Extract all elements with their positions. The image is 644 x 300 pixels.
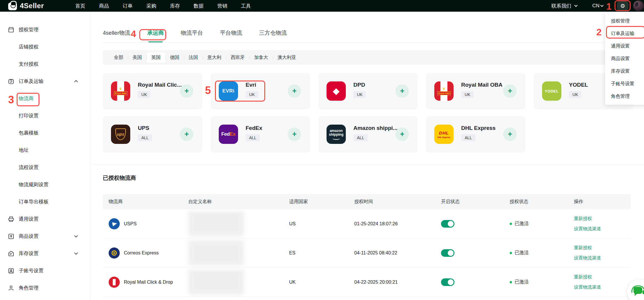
- box-upload-icon: [8, 233, 15, 240]
- menu-item-product-settings[interactable]: 商品设置: [605, 52, 644, 65]
- settings-button[interactable]: ⚙: [617, 1, 629, 11]
- status-badge: 已激活: [510, 250, 574, 256]
- add-carrier-button[interactable]: [395, 128, 409, 141]
- reauthorize-link[interactable]: 重新授权: [574, 245, 631, 251]
- sidebar-item-order-export-template[interactable]: 订单导出模板: [0, 193, 90, 210]
- shopping-bag-icon: [8, 3, 17, 10]
- sidebar-item-process-settings[interactable]: 流程设置: [0, 159, 90, 176]
- filter-australia[interactable]: 澳大利亚: [273, 53, 301, 63]
- amazon-shipping-logo: amazonshipping: [327, 125, 346, 144]
- chevron-down-icon: [600, 4, 603, 7]
- tab-carriers[interactable]: 承运商: [147, 29, 164, 42]
- fedex-logo: FedEx: [219, 125, 238, 144]
- authorized-carriers-title: 已授权物流商: [103, 174, 136, 182]
- enabled-toggle[interactable]: [441, 220, 454, 228]
- table-row-correos-express: Correos Express ES 04-11-2025 08:40:22 已…: [103, 238, 631, 268]
- enabled-toggle[interactable]: [441, 249, 454, 257]
- user-avatar[interactable]: [633, 1, 644, 11]
- tab-logistics-platform[interactable]: 物流平台: [181, 29, 203, 42]
- sidebar: 授权管理 店铺授权 支付授权 订单及运输 物流商 打印设置 包裹模板 地址 流程…: [0, 12, 91, 300]
- sidebar-item-payment-auth[interactable]: 支付授权: [0, 55, 90, 73]
- add-carrier-button[interactable]: [288, 84, 301, 98]
- add-carrier-button[interactable]: [503, 84, 517, 98]
- gear-icon: ⚙: [620, 3, 625, 9]
- menu-item-auth-management[interactable]: 授权管理: [605, 15, 644, 27]
- sidebar-item-print-settings[interactable]: 打印设置: [0, 107, 90, 124]
- sidebar-item-auth-management[interactable]: 授权管理: [0, 21, 90, 38]
- filter-canada[interactable]: 加拿大: [249, 53, 273, 63]
- sidebar-item-product-settings[interactable]: 商品设置: [0, 228, 90, 245]
- status-badge: 已激活: [510, 279, 574, 285]
- nav-item-orders[interactable]: 订单: [123, 3, 133, 9]
- chevron-up-icon: [74, 80, 78, 84]
- tab-4seller-logistics[interactable]: 4seller物流: [103, 29, 130, 42]
- reauthorize-link[interactable]: 重新授权: [574, 216, 631, 222]
- region-badge: ALL: [461, 134, 475, 141]
- reauthorize-link[interactable]: 重新授权: [574, 274, 631, 280]
- amazon-smile-icon: [332, 137, 340, 140]
- menu-item-subaccount-settings[interactable]: 子账号设置: [605, 77, 644, 90]
- filter-us[interactable]: 美国: [128, 53, 147, 63]
- sidebar-item-orders-shipping[interactable]: 订单及运输: [0, 73, 90, 90]
- country-filter-bar: 全部 美国 英国 德国 法国 意大利 西班牙 加拿大 澳大利亚: [103, 50, 631, 65]
- language-selector[interactable]: CN: [592, 0, 603, 12]
- menu-item-role-management[interactable]: 角色管理: [605, 90, 644, 102]
- sidebar-item-address[interactable]: 地址: [0, 142, 90, 159]
- set-logistics-channel-link[interactable]: 设置物流渠道: [574, 255, 631, 261]
- filter-spain[interactable]: 西班牙: [226, 53, 249, 63]
- enabled-toggle[interactable]: [441, 278, 454, 286]
- sidebar-item-subaccount-settings[interactable]: 子账号设置: [0, 262, 90, 279]
- filter-all[interactable]: 全部: [109, 53, 128, 63]
- nav-item-home[interactable]: 首页: [75, 3, 85, 9]
- region-badge: ALL: [353, 134, 368, 141]
- nav-item-tools[interactable]: 工具: [241, 3, 251, 9]
- contact-us-menu[interactable]: 联系我们: [551, 0, 577, 12]
- brand-logo[interactable]: 4Seller: [8, 1, 44, 10]
- add-carrier-button[interactable]: [288, 128, 301, 141]
- nav-item-inventory[interactable]: 库存: [170, 3, 180, 9]
- sidebar-item-general-settings[interactable]: 通用设置: [0, 210, 90, 228]
- region-badge: UK: [138, 91, 150, 98]
- sidebar-item-role-management[interactable]: 角色管理: [0, 279, 90, 296]
- add-carrier-button[interactable]: [395, 84, 409, 98]
- yodel-logo: YODEL: [542, 81, 561, 101]
- custom-name-redacted: [188, 240, 244, 266]
- nav-item-marketing[interactable]: 营销: [217, 3, 227, 9]
- add-carrier-button[interactable]: [180, 84, 193, 98]
- add-carrier-button[interactable]: [503, 128, 517, 141]
- set-logistics-channel-link[interactable]: 设置物流渠道: [574, 284, 631, 290]
- filter-france[interactable]: 法国: [184, 53, 203, 63]
- nav-item-data[interactable]: 数据: [194, 3, 204, 9]
- region-badge: ALL: [246, 134, 260, 141]
- menu-item-general-settings[interactable]: 通用设置: [605, 40, 644, 52]
- sidebar-item-logistics-rules[interactable]: 物流规则设置: [0, 176, 90, 193]
- sidebar-item-store-auth[interactable]: 店铺授权: [0, 38, 90, 55]
- menu-item-inventory-settings[interactable]: 库存设置: [605, 65, 644, 77]
- authorized-carriers-table: 物流商 自定义名称 适用国家 授权时间 开启状态 授权状态 操作 USPS US…: [103, 194, 631, 297]
- printer-icon: [8, 216, 15, 223]
- correos-express-logo: [109, 247, 120, 259]
- sidebar-item-logistics-providers[interactable]: 物流商: [0, 90, 90, 107]
- filter-uk[interactable]: 英国: [147, 53, 165, 63]
- brand-name: 4Seller: [20, 2, 44, 10]
- contact-us-label: 联系我们: [551, 3, 571, 9]
- add-carrier-button[interactable]: [180, 128, 193, 141]
- nav-item-purchasing[interactable]: 采购: [146, 3, 156, 9]
- sidebar-item-package-template[interactable]: 包裹模板: [0, 124, 90, 142]
- id-card-icon: [8, 267, 15, 274]
- carrier-card-amazon-shipping: amazonshipping Amazon shippi... ALL: [318, 116, 418, 153]
- filter-italy[interactable]: 意大利: [203, 53, 226, 63]
- tab-platform-logistics[interactable]: 平台物流: [220, 29, 242, 42]
- logistics-tabs: 4seller物流 承运商 物流平台 平台物流 三方仓物流: [103, 29, 631, 43]
- carrier-card-fedex: FedEx FedEx ALL: [211, 116, 310, 153]
- status-dot-icon: [510, 223, 512, 225]
- filter-germany[interactable]: 德国: [165, 53, 184, 63]
- carrier-card-dpd: ◆ DPD UK: [318, 73, 418, 109]
- set-logistics-channel-link[interactable]: 设置物流渠道: [574, 226, 631, 232]
- table-row-usps: USPS US 01-25-2024 18:07:26 已激活 重新授权 设置物…: [103, 209, 631, 238]
- menu-item-orders-shipping[interactable]: 订单及运输: [605, 27, 644, 40]
- royal-mail-logo: [109, 277, 120, 288]
- nav-item-products[interactable]: 商品: [99, 3, 109, 9]
- tab-third-party-warehouse[interactable]: 三方仓物流: [259, 29, 287, 42]
- sidebar-item-inventory-settings[interactable]: 库存设置: [0, 245, 90, 262]
